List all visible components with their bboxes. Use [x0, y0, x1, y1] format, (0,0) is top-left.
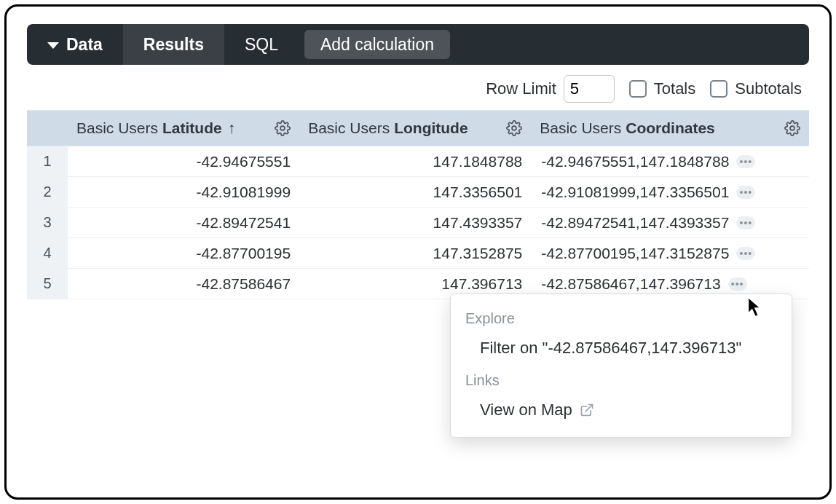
svg-point-0 — [280, 126, 285, 130]
tab-results[interactable]: Results — [123, 24, 224, 65]
column-field-label: Longitude — [394, 119, 468, 137]
results-table: Basic Users Latitude ↑ Basic Users Longi… — [27, 110, 809, 299]
cell-coordinates-value: -42.91081999,147.3356501 — [541, 184, 729, 201]
column-header-coordinates[interactable]: Basic Users Coordinates — [531, 110, 809, 146]
add-calculation-button[interactable]: Add calculation — [304, 30, 450, 59]
row-limit-label: Row Limit — [486, 79, 556, 98]
cell-latitude[interactable]: -42.89472541 — [68, 208, 299, 238]
cell-coordinates-value: -42.87700195,147.3152875 — [541, 245, 729, 262]
cell-context-menu: Explore Filter on "-42.87586467,147.3967… — [450, 294, 792, 438]
row-number: 1 — [27, 146, 68, 177]
column-header-longitude[interactable]: Basic Users Longitude — [299, 110, 531, 146]
cell-actions-icon[interactable]: ••• — [736, 247, 755, 260]
column-group-label: Basic Users — [308, 119, 390, 137]
svg-point-1 — [512, 126, 516, 130]
cell-coordinates[interactable]: -42.87700195,147.3152875 ••• — [531, 238, 809, 269]
cell-latitude[interactable]: -42.94675551 — [68, 146, 299, 177]
cell-latitude[interactable]: -42.87586467 — [68, 269, 299, 299]
cell-coordinates-value: -42.94675551,147.1848788 — [541, 153, 729, 170]
subtotals-label: Subtotals — [735, 79, 802, 98]
totals-label: Totals — [654, 79, 695, 98]
cell-longitude[interactable]: 147.4393357 — [299, 208, 531, 238]
column-header-latitude[interactable]: Basic Users Latitude ↑ — [68, 110, 299, 146]
cell-actions-icon[interactable]: ••• — [736, 216, 755, 229]
row-number: 3 — [27, 208, 68, 238]
tab-sql[interactable]: SQL — [224, 24, 299, 65]
sort-asc-icon: ↑ — [228, 119, 236, 137]
cell-coordinates[interactable]: -42.91081999,147.3356501 ••• — [531, 177, 809, 208]
gear-icon[interactable] — [275, 120, 291, 136]
row-number: 2 — [27, 177, 68, 208]
tab-data-label: Data — [66, 35, 103, 55]
column-field-label: Latitude — [162, 119, 222, 137]
subtotals-checkbox[interactable]: Subtotals — [710, 79, 802, 98]
row-number: 5 — [27, 269, 68, 299]
cell-longitude[interactable]: 147.3152875 — [299, 238, 531, 269]
menu-item-view-on-map-label: View on Map — [480, 401, 572, 420]
cell-actions-icon[interactable]: ••• — [728, 277, 747, 291]
cell-longitude[interactable]: 147.1848788 — [299, 146, 531, 177]
column-group-label: Basic Users — [76, 119, 158, 137]
checkbox-icon — [710, 80, 727, 98]
cell-coordinates[interactable]: -42.89472541,147.4393357 ••• — [531, 208, 809, 238]
svg-line-3 — [585, 405, 592, 412]
gear-icon[interactable] — [506, 120, 522, 136]
cell-coordinates[interactable]: -42.94675551,147.1848788 ••• — [531, 146, 809, 177]
cell-actions-icon[interactable]: ••• — [736, 186, 755, 199]
cell-latitude[interactable]: -42.91081999 — [68, 177, 299, 208]
cell-latitude[interactable]: -42.87700195 — [68, 238, 299, 269]
row-number: 4 — [27, 238, 68, 269]
row-limit-control: Row Limit — [486, 75, 615, 103]
table-controls: Row Limit Totals Subtotals — [27, 65, 809, 110]
gear-icon[interactable] — [784, 120, 800, 136]
tab-bar: Data Results SQL Add calculation — [27, 24, 809, 65]
external-link-icon — [580, 403, 594, 417]
cell-coordinates-value: -42.89472541,147.4393357 — [541, 214, 729, 232]
cell-coordinates-value: -42.87586467,147.396713 — [541, 275, 720, 293]
add-calculation-label: Add calculation — [320, 35, 434, 55]
column-group-label: Basic Users — [540, 119, 621, 137]
column-field-label: Coordinates — [626, 119, 715, 137]
svg-point-2 — [790, 126, 794, 130]
cell-actions-icon[interactable]: ••• — [736, 155, 755, 168]
menu-item-filter-on[interactable]: Filter on "-42.87586467,147.396713" — [451, 331, 792, 368]
totals-checkbox[interactable]: Totals — [629, 79, 695, 98]
checkbox-icon — [629, 80, 647, 98]
caret-down-icon — [47, 42, 59, 49]
menu-item-view-on-map[interactable]: View on Map — [451, 393, 792, 430]
row-limit-input[interactable] — [564, 75, 615, 103]
tab-sql-label: SQL — [245, 35, 278, 55]
cell-longitude[interactable]: 147.3356501 — [299, 177, 531, 208]
data-section-toggle[interactable]: Data — [27, 24, 123, 65]
menu-section-links: Links — [451, 368, 792, 393]
menu-section-explore: Explore — [451, 306, 792, 331]
menu-item-filter-on-label: Filter on "-42.87586467,147.396713" — [480, 339, 741, 358]
tab-results-label: Results — [143, 35, 204, 55]
column-header-rownum — [27, 110, 68, 146]
